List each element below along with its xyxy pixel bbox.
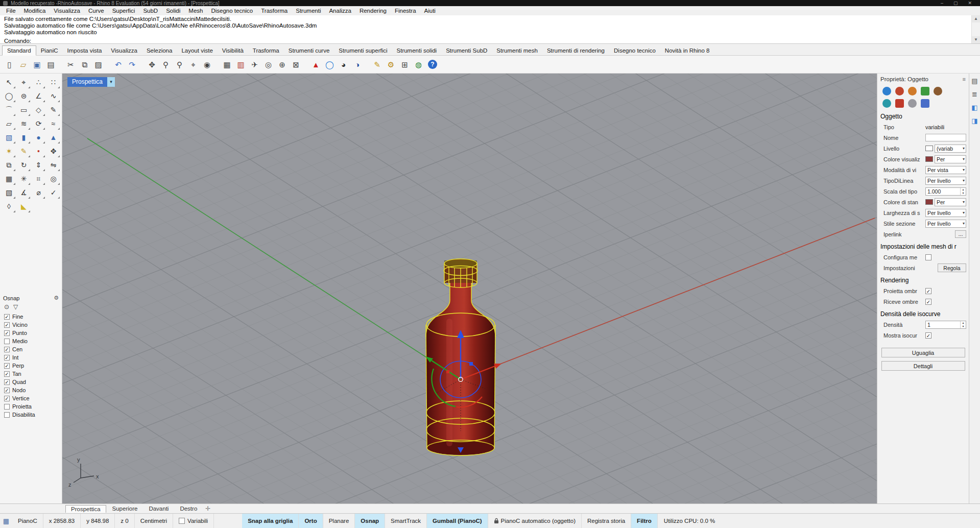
osnap-vertice[interactable]: ✓Vertice: [0, 394, 62, 402]
tool-points-on-icon[interactable]: ⌖: [17, 76, 31, 89]
toolbar-grid-options-icon[interactable]: ⊞: [398, 58, 411, 71]
toggle-orto[interactable]: Orto: [299, 514, 323, 528]
tab-visibilità[interactable]: Visibilità: [218, 46, 248, 55]
menu-aiuti[interactable]: Aiuti: [420, 6, 440, 15]
modalità-di-vi-dropdown[interactable]: Per vista▾: [925, 166, 966, 174]
tool-rectangle-icon[interactable]: ▭: [17, 103, 31, 116]
tool-point-icon[interactable]: ∴: [32, 76, 45, 89]
toggle-pianoc-automatico-oggetto[interactable]: PianoC automatico (oggetto): [488, 514, 582, 528]
scroll-up-icon[interactable]: ▲: [972, 15, 980, 22]
viewport-tab-prospettica[interactable]: Prospettica: [65, 505, 106, 513]
tab-disegno-tecnico[interactable]: Disegno tecnico: [609, 46, 660, 55]
tool-polygon-icon[interactable]: ◇: [32, 103, 45, 116]
toolbar-zoom-selected-icon[interactable]: ◉: [201, 58, 213, 71]
status-centimetri[interactable]: Centimetri: [135, 514, 173, 528]
command-history-area[interactable]: File salvato correttamente come C:\Users…: [0, 15, 980, 44]
tab-pianic[interactable]: PianiC: [36, 46, 63, 55]
spinner-arrows[interactable]: ▴▾: [960, 188, 966, 195]
toolbar-open-file-icon[interactable]: ▱: [17, 58, 30, 71]
viewport-tab-superiore[interactable]: Superiore: [107, 505, 143, 512]
toolbar-object-snap-icon[interactable]: ⊕: [276, 58, 289, 71]
osnap-tan[interactable]: ✓Tan: [0, 370, 62, 378]
menu-visualizza[interactable]: Visualizza: [50, 6, 84, 15]
toolbar-named-views-icon[interactable]: ▦: [221, 58, 233, 71]
osnap-int-checkbox[interactable]: ✓: [4, 355, 10, 361]
tool-box-icon[interactable]: ▧: [2, 131, 16, 144]
mapping-panel-icon[interactable]: [895, 99, 904, 108]
tool-pencil-edit-icon[interactable]: ✎: [17, 145, 31, 158]
tool-hatch-icon[interactable]: ⌗: [32, 172, 45, 185]
tool-curve-icon[interactable]: ∿: [46, 89, 60, 103]
color-swatch[interactable]: [925, 199, 933, 205]
tool-select-icon[interactable]: ↖: [2, 76, 16, 89]
osnap-fine[interactable]: ✓Fine: [0, 313, 62, 321]
spinner-up-icon[interactable]: ▴: [961, 321, 966, 325]
osnap-cen[interactable]: ✓Cen: [0, 345, 62, 353]
tool-polar-array-icon[interactable]: ✳: [17, 172, 31, 185]
tool-point-deviation-icon[interactable]: •: [32, 145, 45, 158]
tool-cplane-icon[interactable]: ◊: [2, 200, 16, 213]
maximize-button[interactable]: ▢: [953, 1, 958, 6]
tool-cage-edit-icon[interactable]: ▧: [2, 186, 16, 199]
properties-panel-icon[interactable]: [882, 87, 891, 95]
tool-circle-icon[interactable]: ◯: [2, 89, 16, 103]
tool-dimension-icon[interactable]: ∡: [17, 186, 31, 199]
tool-sweep-icon[interactable]: ≈: [46, 117, 60, 130]
tab-seleziona[interactable]: Seleziona: [142, 46, 177, 55]
osnap-filter-icon[interactable]: ▽: [13, 303, 18, 310]
toolbar-help-icon[interactable]: ?: [428, 60, 437, 69]
osnap-proietta[interactable]: Proietta: [0, 402, 62, 411]
scala-del-tipo-spinner[interactable]: 1.000▴▾: [925, 187, 966, 196]
tool-mirror-icon[interactable]: ⇋: [46, 158, 60, 172]
toolbar-annotate-icon[interactable]: ✎: [371, 58, 384, 71]
tool-star-icon[interactable]: ✶: [2, 145, 16, 158]
command-prompt[interactable]: Comando:: [0, 36, 980, 44]
toolbar-zoom-dynamic-icon[interactable]: ⚲: [159, 58, 172, 71]
tool-array-icon[interactable]: ▦: [2, 172, 16, 185]
spinner-down-icon[interactable]: ▾: [961, 191, 966, 195]
displacement-panel-icon[interactable]: [908, 99, 917, 108]
livello-dropdown[interactable]: (variab▾: [935, 145, 966, 153]
tool-scale-icon[interactable]: ⇕: [32, 158, 45, 172]
panel-layers-icon[interactable]: ≣: [972, 91, 977, 98]
toolbar-new-file-icon[interactable]: ▯: [3, 58, 16, 71]
viewport-tab-destro[interactable]: Destro: [175, 505, 202, 512]
osnap-quad[interactable]: ✓Quad: [0, 378, 62, 386]
menu-solidi[interactable]: Solidi: [162, 6, 184, 15]
color-swatch[interactable]: [925, 146, 933, 151]
status-variabili[interactable]: Variabili: [173, 514, 214, 528]
osnap-tan-checkbox[interactable]: ✓: [4, 371, 10, 377]
regola-button[interactable]: Regola: [938, 263, 966, 272]
spinner-arrows[interactable]: ▴▾: [960, 321, 966, 328]
osnap-quad-checkbox[interactable]: ✓: [4, 379, 10, 385]
ground-panel-icon[interactable]: [882, 99, 891, 108]
menu-superfici[interactable]: Superfici: [108, 6, 139, 15]
osnap-vicino[interactable]: ✓Vicino: [0, 321, 62, 329]
tool-cylinder-icon[interactable]: ▮: [17, 131, 31, 144]
viewport-title[interactable]: Prospettica: [67, 77, 107, 87]
toggle-osnap[interactable]: Osnap: [355, 514, 385, 528]
toggle-snap-alla-griglia[interactable]: Snap alla griglia: [242, 514, 299, 528]
tool-diameter-dim-icon[interactable]: ⌀: [32, 186, 45, 199]
tab-strumenti-curve[interactable]: Strumenti curve: [284, 46, 334, 55]
toolbar-render-shade-icon[interactable]: ◕: [337, 58, 350, 71]
spinner-down-icon[interactable]: ▾: [961, 325, 966, 328]
panel-help-icon[interactable]: ◨: [971, 117, 977, 125]
osnap-disabilita-checkbox[interactable]: [4, 412, 10, 418]
tab-trasforma[interactable]: Trasforma: [248, 46, 284, 55]
osnap-nodo[interactable]: ✓Nodo: [0, 386, 62, 394]
toolbar-zoom-extents-icon[interactable]: ⌖: [187, 58, 200, 71]
toolbar-lock-objects-icon[interactable]: ⊠: [290, 58, 302, 71]
toolbar-render-preview-icon[interactable]: ◯: [323, 58, 336, 71]
uguaglia-button[interactable]: Uguaglia: [881, 348, 965, 357]
menu-curve[interactable]: Curve: [84, 6, 108, 15]
toolbar-shaded-view-icon[interactable]: ◎: [262, 58, 275, 71]
tool-surface-icon[interactable]: ▱: [2, 117, 16, 130]
colore-visualiz-dropdown[interactable]: Per▾: [935, 155, 966, 163]
osnap-disabilita[interactable]: Disabilita: [0, 411, 62, 419]
tool-copy-icon[interactable]: ⧉: [2, 158, 16, 172]
toggle-filtro[interactable]: Filtro: [631, 514, 658, 528]
osnap-perp[interactable]: ✓Perp: [0, 362, 62, 370]
environment-panel-icon[interactable]: [934, 87, 942, 95]
tool-arc-icon[interactable]: ⌒: [2, 103, 16, 116]
